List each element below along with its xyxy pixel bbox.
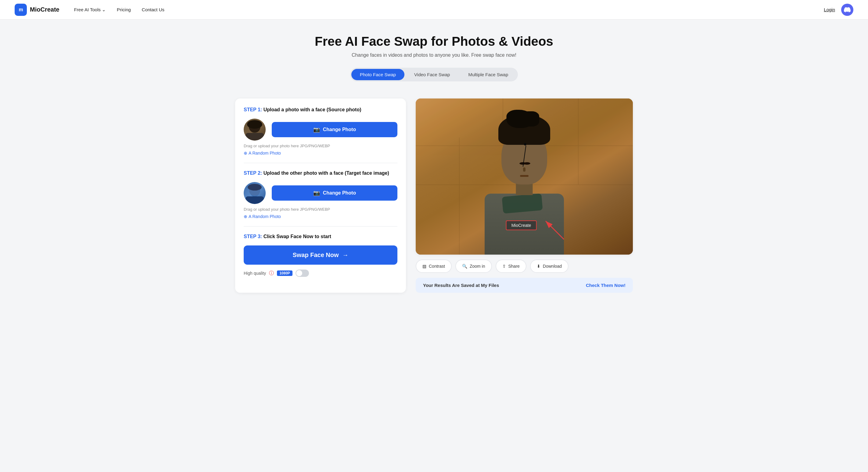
discord-button[interactable] xyxy=(841,4,854,16)
zoom-icon: 🔍 xyxy=(462,264,467,269)
zoom-in-button[interactable]: 🔍 Zoom in xyxy=(455,259,492,273)
red-arrow xyxy=(539,215,570,246)
step2-drag-text: Drag or upload your photo here JPG/PNG/W… xyxy=(244,207,397,212)
step1-section: STEP 1: Upload a photo with a face (Sour… xyxy=(244,107,397,163)
nav-right: Login xyxy=(824,4,854,16)
watermark-label: MioCreate xyxy=(506,220,537,230)
tab-video-face-swap[interactable]: Video Face Swap xyxy=(406,69,458,80)
step2-section: STEP 2: Upload the other photo with a fa… xyxy=(244,170,397,226)
camera-icon-2: 📷 xyxy=(313,190,320,196)
quality-toggle[interactable] xyxy=(296,270,309,277)
hero-title: Free AI Face Swap for Photos & Videos xyxy=(6,34,862,49)
tabs-container: Photo Face Swap Video Face Swap Multiple… xyxy=(350,68,518,82)
right-panel: MioCreate ▨ Contrast 🔍 xyxy=(416,98,633,293)
share-button[interactable]: ⇪ Share xyxy=(496,259,526,273)
arrow-right-icon: → xyxy=(342,252,349,258)
quality-info-icon[interactable]: ⓘ xyxy=(269,270,274,277)
image-display: MioCreate xyxy=(416,98,633,255)
results-bar: Your Results Are Saved at My Files Check… xyxy=(416,278,633,293)
step2-change-photo-button[interactable]: 📷 Change Photo xyxy=(272,185,397,201)
step2-upload-row: 📷 Change Photo xyxy=(244,182,397,204)
step1-change-photo-button[interactable]: 📷 Change Photo xyxy=(272,122,397,137)
main-content: STEP 1: Upload a photo with a face (Sour… xyxy=(220,91,648,307)
action-buttons-row: ▨ Contrast 🔍 Zoom in ⇪ Share ⬇ Download xyxy=(416,259,633,273)
step1-drag-text: Drag or upload your photo here JPG/PNG/W… xyxy=(244,144,397,148)
chevron-down-icon: ⌄ xyxy=(102,7,106,12)
login-button[interactable]: Login xyxy=(824,7,835,12)
plus-circle-icon-2: ⊕ xyxy=(244,214,247,219)
plus-circle-icon: ⊕ xyxy=(244,151,247,156)
quality-label: High quality xyxy=(244,271,266,276)
step1-avatar xyxy=(244,119,266,140)
nav-pricing[interactable]: Pricing xyxy=(117,7,131,12)
nav-contact[interactable]: Contact Us xyxy=(142,7,164,12)
step2-random-link[interactable]: ⊕ A Random Photo xyxy=(244,214,397,219)
camera-icon: 📷 xyxy=(313,126,320,133)
navbar: m MioCreate Free AI Tools ⌄ Pricing Cont… xyxy=(0,0,868,20)
svg-line-1 xyxy=(546,221,564,239)
download-button[interactable]: ⬇ Download xyxy=(530,259,568,273)
tab-multiple-face-swap[interactable]: Multiple Face Swap xyxy=(460,69,517,80)
nav-free-ai-tools[interactable]: Free AI Tools ⌄ xyxy=(74,7,106,12)
share-icon: ⇪ xyxy=(502,264,506,269)
contrast-icon: ▨ xyxy=(423,264,426,269)
logo-area[interactable]: m MioCreate xyxy=(14,4,60,16)
left-panel: STEP 1: Upload a photo with a face (Sour… xyxy=(235,98,406,293)
logo-text: MioCreate xyxy=(30,6,60,13)
step3-section: STEP 3: Click Swap Face Now to start Swa… xyxy=(244,234,397,284)
results-bar-text: Your Results Are Saved at My Files xyxy=(423,283,499,288)
swap-face-now-button[interactable]: Swap Face Now → xyxy=(244,246,397,265)
hero-subtitle: Change faces in videos and photos to any… xyxy=(6,53,862,58)
nav-links: Free AI Tools ⌄ Pricing Contact Us xyxy=(74,7,824,12)
contrast-button[interactable]: ▨ Contrast xyxy=(416,259,452,273)
download-icon: ⬇ xyxy=(537,264,540,269)
step1-random-link[interactable]: ⊕ A Random Photo xyxy=(244,151,397,156)
logo-icon: m xyxy=(14,4,27,16)
quality-row: High quality ⓘ 1080P xyxy=(244,270,397,277)
hero-section: Free AI Face Swap for Photos & Videos Ch… xyxy=(0,20,868,91)
check-them-now-link[interactable]: Check Them Now! xyxy=(586,283,625,288)
quality-badge: 1080P xyxy=(277,271,292,276)
portrait-background: MioCreate xyxy=(416,98,633,255)
step2-title: STEP 2: Upload the other photo with a fa… xyxy=(244,170,397,176)
step1-title: STEP 1: Upload a photo with a face (Sour… xyxy=(244,107,397,113)
step2-avatar xyxy=(244,182,266,204)
step3-title: STEP 3: Click Swap Face Now to start xyxy=(244,234,397,239)
step1-upload-row: 📷 Change Photo xyxy=(244,119,397,140)
tab-photo-face-swap[interactable]: Photo Face Swap xyxy=(351,69,404,80)
